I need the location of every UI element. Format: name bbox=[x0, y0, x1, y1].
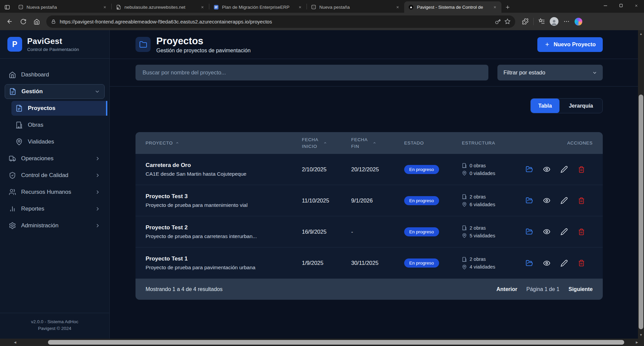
home-icon bbox=[9, 71, 16, 78]
favorites-bar-icon[interactable] bbox=[538, 18, 545, 25]
vertical-scrollbar[interactable]: ▲ ▼ bbox=[638, 30, 644, 339]
browser-tab[interactable]: nebulasuite.azurewebsites.net bbox=[112, 1, 209, 13]
edit-project-button[interactable] bbox=[560, 197, 568, 204]
sidebar-item-dashboard[interactable]: Dashboard bbox=[5, 67, 105, 82]
delete-project-button[interactable] bbox=[578, 260, 585, 267]
table-body: Carretera de Oro CA1E desde San Martin h… bbox=[136, 154, 603, 279]
tab-close-icon[interactable] bbox=[393, 3, 401, 11]
pencil-icon bbox=[560, 166, 568, 173]
extensions-icon[interactable] bbox=[522, 18, 529, 25]
minimize-icon[interactable] bbox=[598, 0, 613, 11]
lock-icon bbox=[51, 19, 56, 24]
tab-actions-icon[interactable] bbox=[0, 1, 14, 13]
scroll-down-icon[interactable]: ▼ bbox=[638, 332, 644, 338]
sort-caret-icon bbox=[175, 141, 179, 145]
tab-close-icon[interactable] bbox=[296, 3, 304, 11]
edit-project-button[interactable] bbox=[560, 260, 568, 267]
status-badge: En progreso bbox=[404, 258, 439, 268]
tab-close-icon[interactable] bbox=[198, 3, 206, 11]
back-icon[interactable] bbox=[4, 16, 15, 27]
open-project-button[interactable] bbox=[526, 166, 533, 173]
toolbar-right bbox=[522, 17, 582, 26]
vertical-scrollbar-thumb[interactable] bbox=[639, 95, 643, 329]
tab-title: Nueva pestaña bbox=[26, 5, 98, 10]
tab-title: Pavigest - Sistema de Control de bbox=[417, 5, 488, 10]
open-project-button[interactable] bbox=[526, 260, 533, 267]
profile-avatar[interactable] bbox=[550, 17, 558, 26]
view-project-button[interactable] bbox=[543, 166, 550, 173]
copilot-icon[interactable] bbox=[575, 18, 582, 25]
browser-tab[interactable]: Nueva pestaña bbox=[14, 1, 111, 13]
browser-tab-active[interactable]: Pavigest - Sistema de Control de bbox=[404, 1, 501, 13]
edit-project-button[interactable] bbox=[560, 166, 568, 173]
building-small-icon bbox=[462, 194, 467, 199]
next-page-button[interactable]: Siguiente bbox=[569, 286, 593, 292]
column-header-fecha-fin[interactable]: Fecha Fin bbox=[351, 136, 404, 150]
status-filter-select[interactable]: Filtrar por estado bbox=[497, 65, 603, 80]
open-project-button[interactable] bbox=[526, 197, 533, 204]
toggle-hierarchy-view[interactable]: Jerarquía bbox=[559, 99, 602, 113]
obras-count: 2 obras bbox=[462, 256, 526, 262]
folder-open-icon bbox=[526, 228, 533, 235]
delete-project-button[interactable] bbox=[578, 166, 585, 173]
edit-project-button[interactable] bbox=[560, 228, 568, 235]
url-text[interactable]: https://pavigest-frontend.agreeablemeado… bbox=[60, 19, 491, 24]
sidebar-item-reportes[interactable]: Reportes bbox=[5, 201, 105, 216]
browser-window: Nueva pestaña nebulasuite.azurewebsites.… bbox=[0, 0, 644, 346]
view-project-button[interactable] bbox=[543, 197, 550, 204]
folder-open-icon bbox=[526, 197, 533, 204]
status-badge: En progreso bbox=[404, 227, 439, 236]
project-name: Proyecto Test 3 bbox=[146, 193, 302, 200]
vialidades-count: 4 vialidades bbox=[462, 264, 526, 270]
sidebar-item-control-de-calidad[interactable]: Control de Calidad bbox=[5, 168, 105, 183]
new-project-button[interactable]: Nuevo Proyecto bbox=[537, 37, 603, 52]
view-project-button[interactable] bbox=[543, 228, 550, 235]
sidebar-item-operaciones[interactable]: Operaciones bbox=[5, 151, 105, 166]
previous-page-button[interactable]: Anterior bbox=[496, 286, 517, 292]
delete-project-button[interactable] bbox=[578, 228, 585, 235]
browser-tab[interactable]: Nueva pestaña bbox=[307, 1, 404, 13]
sidebar-item-administracion[interactable]: Administración bbox=[5, 218, 105, 233]
sidebar-item-proyectos[interactable]: Proyectos bbox=[11, 101, 107, 116]
horizontal-scrollbar[interactable]: ◀ ▶ bbox=[0, 339, 644, 346]
close-icon[interactable] bbox=[629, 0, 644, 11]
project-cell: Proyecto Test 3 Proyecto de prueba para … bbox=[146, 193, 302, 208]
toggle-table-view[interactable]: Tabla bbox=[531, 99, 559, 113]
new-tab-button[interactable] bbox=[501, 1, 514, 13]
browser-tab[interactable]: Plan de Migración EnterpriseERP bbox=[209, 1, 307, 13]
column-header-fecha-inicio[interactable]: Fecha Inicio bbox=[302, 136, 351, 150]
settings-menu-icon[interactable] bbox=[563, 18, 570, 25]
scroll-right-icon[interactable]: ▶ bbox=[633, 339, 641, 346]
favorite-star-icon[interactable] bbox=[504, 18, 511, 24]
password-key-icon[interactable] bbox=[495, 19, 501, 24]
project-name: Proyecto Test 1 bbox=[146, 255, 302, 262]
sidebar: P PaviGest Control de Pavimentación Dash… bbox=[0, 30, 110, 339]
chevron-right-icon bbox=[95, 223, 101, 229]
tab-close-icon[interactable] bbox=[491, 3, 499, 11]
url-bar[interactable]: https://pavigest-frontend.agreeablemeado… bbox=[46, 15, 515, 28]
tab-close-icon[interactable] bbox=[101, 3, 109, 11]
bar-chart-icon bbox=[9, 205, 16, 213]
open-project-button[interactable] bbox=[526, 228, 533, 235]
scroll-left-icon[interactable]: ◀ bbox=[11, 339, 19, 346]
sidebar-nav: Dashboard Gestión Proyectos Obras bbox=[0, 59, 109, 313]
delete-project-button[interactable] bbox=[578, 197, 585, 204]
table-row: Proyecto Test 2 Proyecto de prueba para … bbox=[136, 216, 603, 247]
maximize-icon[interactable] bbox=[613, 0, 629, 11]
refresh-icon[interactable] bbox=[17, 16, 29, 27]
sidebar-item-recursos-humanos[interactable]: Recursos Humanos bbox=[5, 185, 105, 199]
search-input[interactable] bbox=[136, 65, 488, 80]
start-date: 16/9/2025 bbox=[302, 229, 351, 235]
horizontal-scrollbar-thumb[interactable] bbox=[48, 340, 624, 345]
obras-count: 2 obras bbox=[462, 225, 526, 231]
view-project-button[interactable] bbox=[543, 260, 550, 267]
map-pin-small-icon bbox=[462, 171, 467, 176]
sidebar-item-obras[interactable]: Obras bbox=[11, 118, 105, 132]
sidebar-item-vialidades[interactable]: Vialidades bbox=[11, 134, 105, 149]
sidebar-item-gestion[interactable]: Gestión bbox=[5, 84, 105, 99]
tab-title: nebulasuite.azurewebsites.net bbox=[124, 5, 195, 10]
trash-icon bbox=[578, 228, 585, 235]
column-header-proyecto[interactable]: Proyecto bbox=[146, 140, 302, 146]
scroll-up-icon[interactable]: ▲ bbox=[638, 31, 644, 37]
home-icon[interactable] bbox=[31, 16, 42, 27]
